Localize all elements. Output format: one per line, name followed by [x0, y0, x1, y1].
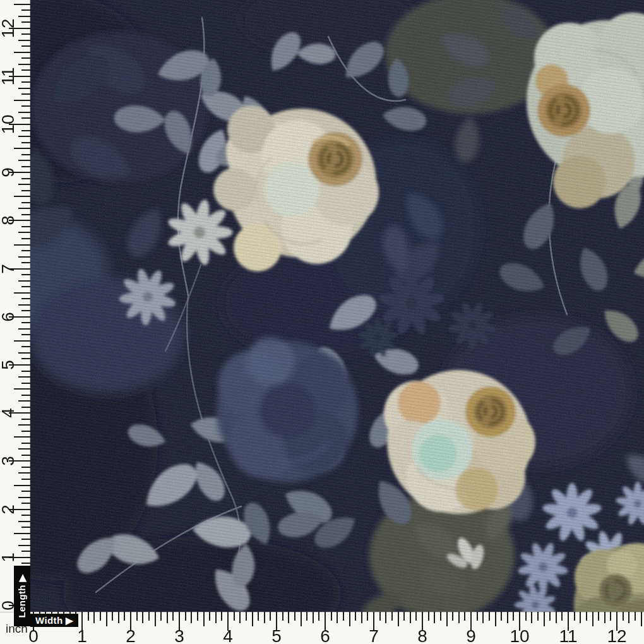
ruler-tick — [14, 196, 30, 197]
ruler-tick — [21, 539, 30, 540]
ruler-tick — [191, 612, 192, 623]
ruler-tick — [641, 612, 642, 626]
ruler-tick — [21, 419, 30, 420]
ruler-tick — [21, 310, 30, 311]
ruler-tick — [172, 612, 174, 621]
ruler-number: 5 — [0, 351, 21, 379]
ruler-tick — [507, 612, 508, 623]
horizontal-ruler-width: inch 0123456789101112 — [0, 612, 644, 644]
ruler-tick — [434, 612, 435, 623]
ruler-tick — [264, 612, 265, 623]
ruler-tick — [21, 322, 30, 323]
ruler-tick — [21, 527, 30, 528]
ruler-tick — [197, 612, 198, 621]
ruler-tick — [391, 612, 393, 621]
ruler-tick — [489, 612, 490, 621]
width-label-tag: Width ▶ — [30, 614, 78, 627]
ruler-number: 8 — [0, 206, 21, 234]
ruler-number: 3 — [165, 628, 193, 644]
ruler-tick — [21, 238, 30, 239]
ruler-tick — [21, 358, 30, 359]
ruler-tick — [379, 612, 381, 621]
ruler-tick — [21, 93, 30, 95]
ruler-tick — [14, 4, 30, 5]
ruler-tick — [21, 298, 30, 299]
ruler-tick — [88, 612, 89, 621]
ruler-tick — [21, 346, 30, 347]
ruler-number: 6 — [311, 628, 339, 644]
ruler-tick — [21, 479, 30, 480]
ruler-tick — [21, 371, 30, 372]
ruler-tick — [209, 612, 210, 621]
ruler-tick — [21, 57, 30, 59]
ruler-tick — [18, 16, 30, 17]
ruler-tick — [258, 612, 259, 621]
length-label-tag: Length ▶ — [14, 566, 30, 626]
ruler-tick — [544, 612, 545, 626]
ruler-tick — [294, 612, 295, 621]
ruler-tick — [604, 612, 605, 623]
ruler-tick — [124, 612, 125, 621]
length-label-text: Length ▶ — [16, 575, 28, 618]
ruler-tick — [21, 383, 30, 384]
ruler-tick — [452, 612, 453, 621]
ruler-tick — [18, 256, 30, 258]
ruler-tick — [525, 612, 527, 621]
ruler-tick — [93, 612, 95, 623]
ruler-tick — [14, 148, 30, 149]
ruler-tick — [21, 551, 30, 552]
ruler-tick — [355, 612, 356, 621]
ruler-number: 11 — [554, 628, 582, 644]
ruler-tick — [167, 612, 168, 623]
ruler-tick — [118, 612, 119, 623]
ruler-tick — [21, 166, 30, 167]
ruler-tick — [331, 612, 332, 621]
ruler-tick — [239, 612, 241, 623]
ruler-tick — [580, 612, 581, 623]
fabric-product-photo: { "rulers": { "unit_label": "inch", "lef… — [0, 0, 644, 644]
ruler-tick — [148, 612, 150, 621]
ruler-tick — [21, 69, 30, 71]
ruler-tick — [18, 112, 30, 113]
ruler-number: 11 — [0, 63, 21, 90]
ruler-tick — [349, 612, 350, 626]
ruler-tick — [21, 190, 30, 191]
ruler-number: 3 — [0, 447, 21, 475]
ruler-number: 2 — [117, 628, 145, 644]
ruler-number: 7 — [0, 255, 21, 283]
ruler-tick — [21, 491, 30, 492]
ruler-number: 4 — [214, 628, 242, 644]
ruler-tick — [14, 244, 30, 246]
ruler-tick — [21, 250, 30, 251]
ruler-tick — [21, 81, 30, 83]
ruler-tick — [112, 612, 113, 621]
ruler-tick — [14, 485, 30, 486]
ruler-tick — [556, 612, 557, 623]
ruler-tick — [155, 612, 156, 626]
ruler-tick — [18, 304, 30, 306]
ruler-tick — [21, 154, 30, 155]
ruler-tick — [14, 52, 30, 53]
ruler-tick — [301, 612, 302, 626]
ruler-tick — [586, 612, 587, 621]
ruler-tick — [21, 443, 30, 444]
ruler-number: 12 — [0, 15, 21, 42]
ruler-tick — [385, 612, 386, 623]
fabric-print-image — [0, 0, 644, 644]
ruler-tick — [482, 612, 484, 623]
ruler-tick — [513, 612, 514, 621]
ruler-tick — [18, 160, 30, 161]
ruler-tick — [21, 21, 30, 23]
ruler-tick — [337, 612, 338, 623]
ruler-tick — [18, 497, 30, 498]
ruler-number: 7 — [360, 628, 388, 644]
ruler-tick — [343, 612, 344, 621]
ruler-tick — [18, 64, 30, 65]
ruler-tick — [288, 612, 289, 623]
width-label-text: Width ▶ — [35, 615, 73, 626]
ruler-tick — [14, 340, 30, 342]
ruler-tick — [21, 515, 30, 516]
ruler-tick — [403, 612, 405, 621]
ruler-number: 0 — [20, 628, 47, 644]
ruler-tick — [14, 100, 30, 101]
